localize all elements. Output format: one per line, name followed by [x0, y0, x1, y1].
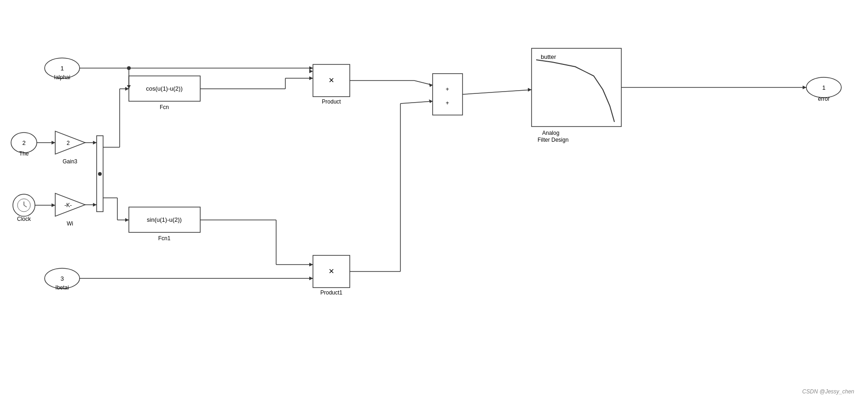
svg-text:butter: butter [541, 53, 556, 60]
svg-marker-52 [93, 141, 97, 144]
svg-marker-50 [52, 141, 55, 144]
svg-text:1: 1 [60, 65, 64, 72]
svg-marker-75 [309, 277, 313, 280]
svg-text:Wi: Wi [67, 220, 73, 227]
svg-text:2: 2 [22, 139, 25, 146]
svg-text:cos(u(1)-u(2)): cos(u(1)-u(2)) [146, 85, 182, 92]
svg-text:Fcn1: Fcn1 [158, 235, 171, 242]
svg-text:1: 1 [822, 84, 825, 91]
svg-text:error: error [818, 96, 829, 102]
svg-marker-72 [309, 263, 313, 266]
svg-text:-K-: -K- [64, 202, 72, 208]
svg-marker-54 [52, 203, 55, 207]
svg-marker-84 [528, 88, 532, 92]
svg-text:Analog: Analog [542, 130, 559, 136]
svg-text:+: + [446, 99, 449, 106]
svg-marker-78 [429, 83, 433, 87]
svg-text:Gain3: Gain3 [63, 158, 77, 165]
svg-text:2: 2 [67, 140, 70, 146]
svg-line-83 [463, 90, 532, 94]
svg-marker-68 [309, 76, 313, 80]
svg-text:Ibetai: Ibetai [55, 284, 69, 291]
svg-marker-64 [125, 218, 129, 222]
svg-text:3: 3 [60, 275, 64, 282]
svg-text:Fcn: Fcn [160, 104, 169, 110]
svg-marker-45 [309, 66, 313, 70]
svg-text:The: The [19, 150, 29, 157]
svg-line-81 [400, 101, 433, 104]
svg-marker-86 [803, 86, 806, 89]
svg-marker-82 [429, 99, 433, 103]
svg-text:sin(u(1)-u(2)): sin(u(1)-u(2)) [147, 216, 182, 223]
svg-text:×: × [329, 266, 334, 276]
svg-text:Ialphai: Ialphai [54, 74, 70, 81]
svg-text:×: × [329, 75, 334, 85]
watermark-text: CSDN @Jessy_chen [802, 388, 854, 395]
svg-text:Product1: Product1 [320, 289, 342, 296]
svg-text:Filter Design: Filter Design [538, 137, 568, 143]
svg-text:+: + [446, 86, 449, 92]
svg-text:Clock: Clock [17, 216, 31, 222]
svg-marker-87 [309, 69, 313, 73]
svg-rect-34 [433, 74, 463, 115]
svg-text:Product: Product [322, 98, 341, 105]
svg-marker-56 [93, 203, 97, 207]
svg-point-21 [98, 172, 102, 176]
svg-point-48 [127, 66, 131, 70]
svg-marker-14 [55, 131, 85, 154]
